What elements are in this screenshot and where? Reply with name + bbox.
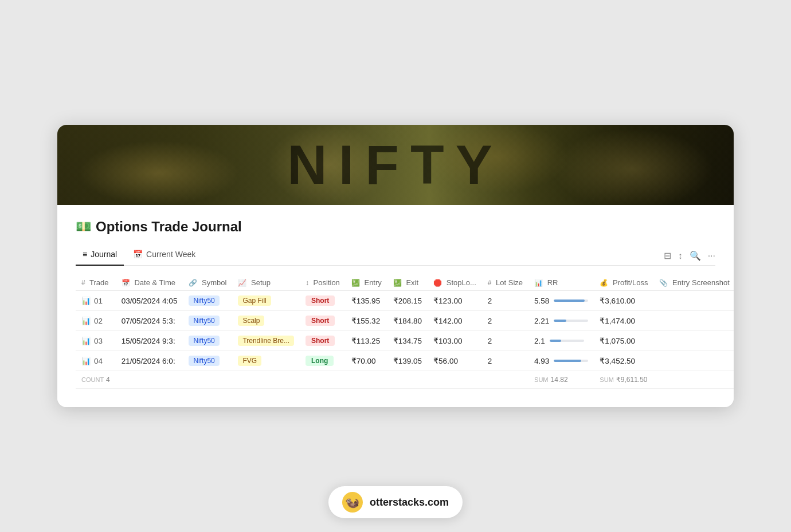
setup-badge: Scalp [238, 316, 264, 326]
trades-table: # Trade 📅 Date & Time 🔗 Symbol 📈 Setup [76, 275, 734, 389]
col-header-trade: # Trade [76, 275, 116, 291]
bar-chart-icon: 📊 [81, 297, 91, 305]
position-badge: Short [306, 336, 335, 346]
setup-badge: Trendline Bre... [238, 336, 294, 346]
cell-symbol-0: Nifty50 [183, 291, 232, 311]
page-title: Options Trade Journal [96, 219, 242, 235]
cell-datetime-2: 15/05/2024 9:3: [116, 331, 183, 351]
cell-symbol-1: Nifty50 [183, 311, 232, 331]
bar-chart-icon: 📊 [81, 337, 91, 345]
col-header-rr: 📊 RR [528, 275, 594, 291]
cell-lotsize-3: 2 [482, 351, 528, 371]
position-badge: Short [306, 295, 335, 306]
rr-bar-fill [554, 360, 581, 362]
cell-screenshot-3 [653, 351, 734, 371]
rr-value: 4.93 [534, 357, 549, 365]
table-header-row: # Trade 📅 Date & Time 🔗 Symbol 📈 Setup [76, 275, 734, 291]
filter-icon[interactable]: ⊟ [664, 250, 671, 261]
tab-current-week[interactable]: 📅 Current Week [126, 246, 202, 266]
more-icon[interactable]: ··· [708, 251, 715, 261]
tab-journal-label: Journal [91, 250, 117, 259]
summary-rr: SUM14.82 [528, 371, 594, 389]
cell-lotsize-0: 2 [482, 291, 528, 311]
cell-position-3: Long [300, 351, 346, 371]
rr-value: 2.1 [534, 337, 545, 345]
sort-icon[interactable]: ↕ [678, 251, 683, 261]
summary-row: COUNT4 SUM14.82 SUM₹9,611.50 [76, 371, 734, 389]
hero-overlay [57, 125, 734, 205]
rr-bar-fill [550, 340, 561, 342]
current-week-tab-icon: 📅 [133, 250, 143, 259]
cell-setup-1: Scalp [232, 311, 300, 331]
cell-entry-1: ₹155.32 [346, 311, 387, 331]
symbol-badge: Nifty50 [189, 316, 219, 326]
cell-profitloss-3: ₹3,452.50 [594, 351, 653, 371]
watermark-text: otterstacks.com [370, 496, 449, 509]
col-header-exit: 💹 Exit [387, 275, 428, 291]
col-header-symbol: 🔗 Symbol [183, 275, 232, 291]
col-header-datetime: 📅 Date & Time [116, 275, 183, 291]
symbol-badge: Nifty50 [189, 356, 219, 366]
cell-entry-2: ₹113.25 [346, 331, 387, 351]
cell-rr-3: 4.93 [528, 351, 594, 371]
bar-chart-icon: 📊 [81, 317, 91, 325]
cell-setup-2: Trendline Bre... [232, 331, 300, 351]
tabs-bar: ≡ Journal 📅 Current Week ⊟ ↕ 🔍 ··· [76, 246, 715, 266]
cell-trade-1: 📊 02 [76, 311, 116, 331]
page-title-row: 💵 Options Trade Journal [76, 219, 715, 235]
table-row[interactable]: 📊 02 07/05/2024 5:3: Nifty50 Scalp Short… [76, 311, 734, 331]
cell-stoploss-1: ₹142.00 [428, 311, 482, 331]
main-container: 💵 Options Trade Journal ≡ Journal 📅 Curr… [57, 125, 734, 407]
rr-bar-fill [554, 320, 566, 322]
bar-chart-icon: 📊 [81, 357, 91, 365]
col-header-stoploss: 🛑 StopLo... [428, 275, 482, 291]
rr-value: 5.58 [534, 297, 549, 305]
cell-trade-0: 📊 01 [76, 291, 116, 311]
col-header-entry: 💹 Entry [346, 275, 387, 291]
cell-datetime-3: 21/05/2024 6:0: [116, 351, 183, 371]
cell-stoploss-0: ₹123.00 [428, 291, 482, 311]
col-header-setup: 📈 Setup [232, 275, 300, 291]
cell-profitloss-2: ₹1,075.00 [594, 331, 653, 351]
search-icon[interactable]: 🔍 [690, 250, 701, 261]
cell-rr-2: 2.1 [528, 331, 594, 351]
trade-num: 01 [94, 297, 103, 305]
cell-stoploss-3: ₹56.00 [428, 351, 482, 371]
table-row[interactable]: 📊 01 03/05/2024 4:05 Nifty50 Gap Fill Sh… [76, 291, 734, 311]
col-header-profitloss: 💰 Profit/Loss [594, 275, 653, 291]
cell-position-0: Short [300, 291, 346, 311]
rr-value: 2.21 [534, 317, 549, 325]
cell-entry-3: ₹70.00 [346, 351, 387, 371]
cell-exit-1: ₹184.80 [387, 311, 428, 331]
cell-position-1: Short [300, 311, 346, 331]
rr-bar-track [554, 360, 588, 362]
symbol-badge: Nifty50 [189, 295, 219, 306]
position-badge: Short [306, 316, 335, 326]
cell-trade-3: 📊 04 [76, 351, 116, 371]
cell-symbol-3: Nifty50 [183, 351, 232, 371]
summary-count: COUNT4 [76, 371, 116, 389]
cell-screenshot-0 [653, 291, 734, 311]
toolbar-icons: ⊟ ↕ 🔍 ··· [664, 250, 715, 261]
hero-banner [57, 125, 734, 205]
rr-bar-track [554, 320, 588, 322]
tab-journal[interactable]: ≡ Journal [76, 246, 124, 266]
cell-profitloss-0: ₹3,610.00 [594, 291, 653, 311]
cell-rr-1: 2.21 [528, 311, 594, 331]
position-badge: Long [306, 356, 334, 366]
cell-screenshot-2 [653, 331, 734, 351]
table-row[interactable]: 📊 04 21/05/2024 6:0: Nifty50 FVG Long ₹7… [76, 351, 734, 371]
cell-screenshot-1 [653, 311, 734, 331]
title-emoji: 💵 [76, 219, 91, 234]
journal-tab-icon: ≡ [83, 250, 87, 259]
table-row[interactable]: 📊 03 15/05/2024 9:3: Nifty50 Trendline B… [76, 331, 734, 351]
cell-datetime-0: 03/05/2024 4:05 [116, 291, 183, 311]
cell-setup-3: FVG [232, 351, 300, 371]
cell-symbol-2: Nifty50 [183, 331, 232, 351]
cell-exit-0: ₹208.15 [387, 291, 428, 311]
content-area: 💵 Options Trade Journal ≡ Journal 📅 Curr… [57, 205, 734, 407]
setup-badge: Gap Fill [238, 295, 271, 306]
trade-num: 02 [94, 317, 103, 325]
watermark-bar: 🦦 otterstacks.com [328, 486, 463, 518]
cell-lotsize-2: 2 [482, 331, 528, 351]
